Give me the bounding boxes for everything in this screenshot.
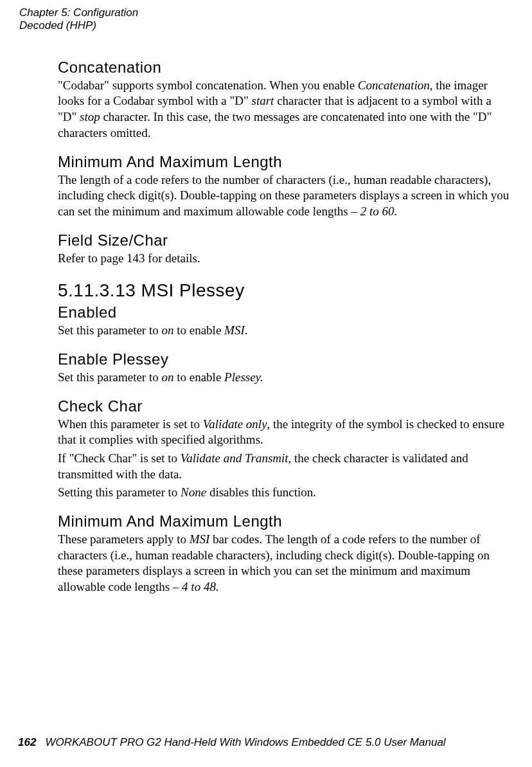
text: These parameters apply to bbox=[58, 532, 190, 546]
para-enabled: Set this parameter to on to enable MSI. bbox=[58, 323, 513, 339]
chapter-line: Chapter 5: Configuration bbox=[19, 6, 513, 19]
heading-enabled: Enabled bbox=[58, 303, 513, 321]
text-italic: Validate only bbox=[203, 417, 267, 431]
text-italic: stop bbox=[80, 110, 100, 123]
text: character. In this case, the two message… bbox=[58, 110, 492, 140]
text-italic: 4 to 48. bbox=[182, 580, 219, 593]
text-italic: Plessey. bbox=[224, 370, 263, 384]
section-line: Decoded (HHP) bbox=[19, 19, 513, 32]
text-italic: start bbox=[252, 94, 274, 107]
para-concatenation: "Codabar" supports symbol concatenation.… bbox=[58, 78, 513, 141]
text: to enable bbox=[173, 370, 224, 384]
para-min-max-1: The length of a code refers to the numbe… bbox=[58, 172, 513, 220]
para-check-char-1: When this parameter is set to Validate o… bbox=[58, 417, 513, 448]
text: If "Check Char" is set to bbox=[58, 451, 181, 465]
text: Setting this parameter to bbox=[58, 485, 181, 499]
heading-msi-plessey: 5.11.3.13 MSI Plessey bbox=[58, 280, 513, 301]
heading-min-max-length-2: Minimum And Maximum Length bbox=[58, 512, 513, 530]
text-italic: MSI bbox=[190, 532, 210, 546]
text: Set this parameter to bbox=[58, 370, 161, 384]
text-italic: 2 to 60. bbox=[360, 204, 398, 218]
footer-title: WORKABOUT PRO G2 Hand-Held With Windows … bbox=[45, 736, 445, 748]
text: "Codabar" supports symbol concatenation.… bbox=[58, 78, 358, 92]
heading-concatenation: Concatenation bbox=[58, 59, 513, 77]
para-enable-plessey: Set this parameter to on to enable Pless… bbox=[58, 370, 513, 386]
heading-check-char: Check Char bbox=[58, 397, 513, 415]
text: . bbox=[245, 323, 248, 337]
text-italic: Validate and Transmit bbox=[181, 451, 288, 465]
text: The length of a code refers to the numbe… bbox=[58, 173, 509, 218]
para-check-char-3: Setting this parameter to None disables … bbox=[58, 485, 513, 501]
content-area: Concatenation "Codabar" supports symbol … bbox=[58, 59, 513, 595]
heading-enable-plessey: Enable Plessey bbox=[58, 350, 513, 368]
text-italic: on bbox=[161, 323, 173, 337]
heading-field-size-char: Field Size/Char bbox=[58, 231, 513, 249]
text: When this parameter is set to bbox=[58, 417, 203, 431]
para-check-char-2: If "Check Char" is set to Validate and T… bbox=[58, 451, 513, 482]
text-italic: None bbox=[181, 485, 206, 499]
page: Chapter 5: Configuration Decoded (HHP) C… bbox=[0, 0, 532, 767]
text-italic: Concatenation bbox=[358, 78, 430, 92]
para-min-max-2: These parameters apply to MSI bar codes.… bbox=[58, 532, 513, 595]
text: to enable bbox=[173, 323, 224, 337]
page-number: 162 bbox=[18, 736, 36, 748]
heading-min-max-length-1: Minimum And Maximum Length bbox=[58, 153, 513, 171]
text-italic: MSI bbox=[224, 323, 245, 337]
para-field-size-char: Refer to page 143 for details. bbox=[58, 251, 513, 267]
text: Set this parameter to bbox=[58, 323, 161, 337]
running-header: Chapter 5: Configuration Decoded (HHP) bbox=[19, 6, 513, 33]
footer: 162WORKABOUT PRO G2 Hand-Held With Windo… bbox=[18, 736, 446, 749]
text: disables this function. bbox=[206, 485, 316, 499]
text-italic: on bbox=[161, 370, 173, 384]
